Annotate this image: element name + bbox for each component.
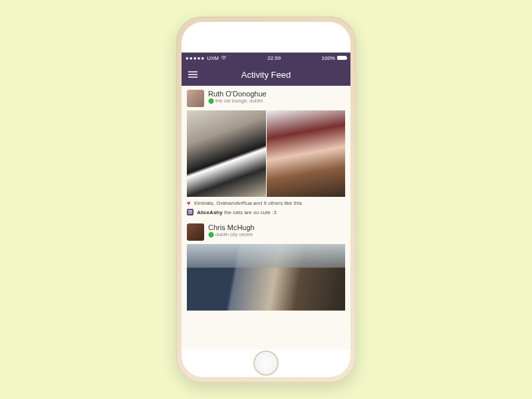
page-title: Activity Feed xyxy=(182,70,350,80)
location-pin-icon: ⬤ xyxy=(208,231,214,237)
post-image[interactable] xyxy=(267,110,346,197)
app-screen: ●●●●● UXM 22.59 100% Activity Feed xyxy=(182,53,350,349)
hamburger-icon xyxy=(188,71,198,78)
location-pin-icon: ⬤ xyxy=(208,98,214,104)
post-location[interactable]: the cat lounge, dublin xyxy=(215,98,263,104)
avatar[interactable] xyxy=(187,223,204,241)
avatar[interactable] xyxy=(187,90,204,107)
likes-row[interactable]: ♥ Kimbats, GrahamAnRua and 9 others like… xyxy=(187,200,345,207)
activity-feed[interactable]: Ruth O'Donoghue ⬤ the cat lounge, dublin… xyxy=(182,86,350,349)
wifi-icon xyxy=(221,56,227,61)
carrier-label: UXM xyxy=(207,55,219,61)
comment-text: AliceAshy the cats are so cute :3 xyxy=(197,209,277,215)
post-media[interactable] xyxy=(187,110,345,197)
likes-text: Kimbats, GrahamAnRua and 9 others like t… xyxy=(194,200,302,206)
battery-percent: 100% xyxy=(322,55,335,61)
home-button[interactable] xyxy=(253,350,279,376)
signal-dots-icon: ●●●●● xyxy=(186,55,205,61)
comment-row[interactable]: AliceAshy the cats are so cute :3 xyxy=(187,209,345,215)
phone-frame: ●●●●● UXM 22.59 100% Activity Feed xyxy=(176,17,356,382)
post-image[interactable] xyxy=(187,244,345,311)
post-location[interactable]: dublin city centre xyxy=(215,231,253,237)
battery-icon xyxy=(337,56,346,60)
post-author[interactable]: Chris McHugh xyxy=(208,223,255,231)
post-image[interactable] xyxy=(187,110,266,197)
menu-button[interactable] xyxy=(182,63,204,86)
feed-post: Chris McHugh ⬤ dublin city centre xyxy=(182,219,350,311)
comment-icon xyxy=(187,209,194,215)
app-header: Activity Feed xyxy=(182,63,350,86)
heart-icon[interactable]: ♥ xyxy=(187,200,191,207)
clock: 22.59 xyxy=(267,55,281,61)
post-author[interactable]: Ruth O'Donoghue xyxy=(208,90,267,98)
post-media[interactable] xyxy=(187,244,345,311)
feed-post: Ruth O'Donoghue ⬤ the cat lounge, dublin… xyxy=(182,86,350,215)
status-bar: ●●●●● UXM 22.59 100% xyxy=(182,53,350,63)
